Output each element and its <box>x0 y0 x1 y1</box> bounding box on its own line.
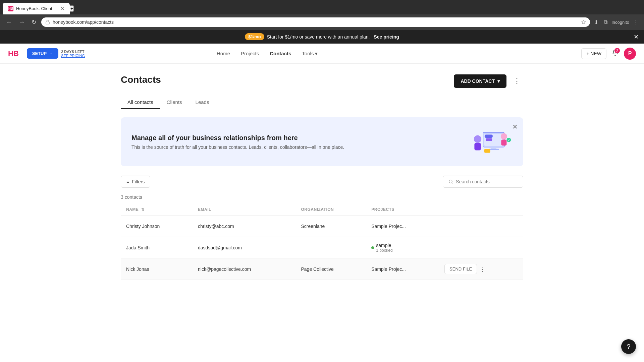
help-icon: ? <box>627 343 630 351</box>
row-more-button[interactable]: ⋮ <box>480 265 486 273</box>
add-contact-chevron-icon: ▾ <box>497 78 500 84</box>
setup-btn-label: SETUP <box>32 51 47 56</box>
contact-organization: Page Collective <box>296 258 366 280</box>
svg-marker-1 <box>582 20 586 24</box>
menu-icon[interactable]: ⋮ <box>632 18 640 27</box>
contact-row-actions: SEND FILE ⋮ <box>439 258 523 280</box>
page-header-actions: ADD CONTACT ▾ ⋮ <box>454 74 523 88</box>
help-button[interactable]: ? <box>621 339 636 354</box>
send-file-button[interactable]: SEND FILE <box>444 242 477 253</box>
svg-point-8 <box>501 133 507 139</box>
svg-point-6 <box>474 135 481 143</box>
page-more-button[interactable]: ⋮ <box>511 75 523 87</box>
svg-rect-4 <box>491 147 496 149</box>
forward-button[interactable]: → <box>17 17 27 27</box>
notifications-button[interactable]: 2 <box>612 49 619 58</box>
contacts-toolbar: ≡ Filters <box>121 176 523 188</box>
extension-icon[interactable]: ⧉ <box>602 18 609 26</box>
contact-row-actions: SEND FILE ⋮ <box>439 237 523 258</box>
app-header: HB SETUP → 2 DAYS LEFT SEE PRICING Home … <box>0 44 644 64</box>
address-input[interactable] <box>53 19 579 25</box>
svg-rect-7 <box>474 143 481 150</box>
project-booked: 1 booked <box>376 248 392 253</box>
filter-icon: ≡ <box>126 179 129 184</box>
back-button[interactable]: ← <box>4 17 14 27</box>
days-left-label: 2 DAYS LEFT <box>61 50 85 54</box>
contacts-count: 3 contacts <box>121 194 523 200</box>
setup-info: 2 DAYS LEFT SEE PRICING <box>61 50 85 58</box>
row-more-button[interactable]: ⋮ <box>480 244 486 251</box>
contact-email: dasdsad@gmail.com <box>193 237 296 258</box>
address-bar[interactable] <box>41 17 590 27</box>
app-logo: HB <box>8 49 19 58</box>
filters-label: Filters <box>132 179 145 184</box>
contact-email: christy@abc.com <box>193 216 296 237</box>
info-banner-description: This is the source of truth for all your… <box>131 144 344 150</box>
tab-close-icon[interactable]: ✕ <box>60 5 64 12</box>
new-button[interactable]: + NEW <box>581 48 606 59</box>
tab-clients[interactable]: Clients <box>160 96 189 109</box>
nav-projects[interactable]: Projects <box>241 49 259 58</box>
info-banner: Manage all of your business relationship… <box>121 117 523 166</box>
contacts-tabs: All contacts Clients Leads <box>121 96 523 109</box>
svg-rect-9 <box>501 140 506 146</box>
main-content: Contacts ADD CONTACT ▾ ⋮ All contacts Cl… <box>107 64 537 291</box>
lock-icon <box>45 20 50 24</box>
header-actions: + NEW 2 P <box>581 48 636 60</box>
filters-button[interactable]: ≡ Filters <box>121 176 150 188</box>
contact-project: sample 1 booked <box>366 237 439 258</box>
tab-favicon: HB <box>8 6 13 11</box>
promo-badge: $1/mo <box>245 33 264 40</box>
contact-name[interactable]: Nick Jonas <box>121 258 193 280</box>
contacts-table: NAME ⇅ EMAIL ORGANIZATION PROJECTS <box>121 204 523 280</box>
svg-rect-0 <box>46 22 50 24</box>
row-more-button[interactable]: ⋮ <box>480 223 486 230</box>
promo-close-button[interactable]: ✕ <box>634 33 639 41</box>
svg-rect-11 <box>485 134 493 138</box>
user-avatar[interactable]: P <box>624 48 636 60</box>
col-header-actions <box>439 204 523 216</box>
star-icon[interactable] <box>581 20 586 24</box>
table-row[interactable]: Christy Johnson christy@abc.com Screenla… <box>121 216 523 237</box>
col-header-projects: PROJECTS <box>366 204 439 216</box>
setup-button[interactable]: SETUP → <box>27 48 58 59</box>
browser-tab-active[interactable]: HB HoneyBook: Client ✕ <box>3 3 70 14</box>
send-file-button[interactable]: SEND FILE <box>444 221 477 231</box>
avatar-letter: P <box>628 51 632 57</box>
page-title-section: Contacts <box>121 74 161 85</box>
setup-arrow-icon: → <box>49 51 53 56</box>
see-pricing-link[interactable]: SEE PRICING <box>61 54 85 58</box>
notification-badge: 2 <box>614 48 620 53</box>
tab-leads[interactable]: Leads <box>189 96 216 109</box>
reload-button[interactable]: ↻ <box>30 17 39 27</box>
contact-organization: Screenlane <box>296 216 366 237</box>
download-icon[interactable]: ⬇ <box>593 18 600 27</box>
col-header-organization: ORGANIZATION <box>296 204 366 216</box>
col-header-name[interactable]: NAME ⇅ <box>121 204 193 216</box>
new-tab-button[interactable]: + <box>70 5 74 12</box>
tools-chevron-icon: ▾ <box>315 51 318 57</box>
svg-rect-10 <box>484 149 490 153</box>
info-banner-text: Manage all of your business relationship… <box>131 134 344 150</box>
browser-toolbar: ← → ↻ ⬇ ⧉ Incognito ⋮ <box>0 14 644 30</box>
nav-tools[interactable]: Tools ▾ <box>302 49 318 58</box>
page-title: Contacts <box>121 74 161 85</box>
table-row[interactable]: Nick Jonas nick@pagecollective.com Page … <box>121 258 523 280</box>
contact-name[interactable]: Jada Smith <box>121 237 193 258</box>
promo-banner: $1/mo Start for $1/mo or save more with … <box>0 30 644 44</box>
app-wrapper: $1/mo Start for $1/mo or save more with … <box>0 30 644 362</box>
tab-all-contacts[interactable]: All contacts <box>121 96 160 109</box>
promo-link[interactable]: See pricing <box>374 34 399 40</box>
add-contact-button[interactable]: ADD CONTACT ▾ <box>454 74 506 88</box>
add-contact-label: ADD CONTACT <box>461 78 495 84</box>
search-input[interactable] <box>456 179 518 184</box>
info-banner-close-button[interactable]: ✕ <box>512 123 518 131</box>
promo-text: Start for $1/mo or save more with an ann… <box>267 34 370 40</box>
nav-contacts[interactable]: Contacts <box>270 49 291 58</box>
table-row[interactable]: Jada Smith dasdsad@gmail.com sample 1 bo… <box>121 237 523 258</box>
nav-home[interactable]: Home <box>217 49 230 58</box>
contact-name[interactable]: Christy Johnson <box>121 216 193 237</box>
send-file-button[interactable]: SEND FILE <box>444 264 477 274</box>
incognito-label: Incognito <box>611 20 629 25</box>
sort-icon: ⇅ <box>141 207 145 212</box>
